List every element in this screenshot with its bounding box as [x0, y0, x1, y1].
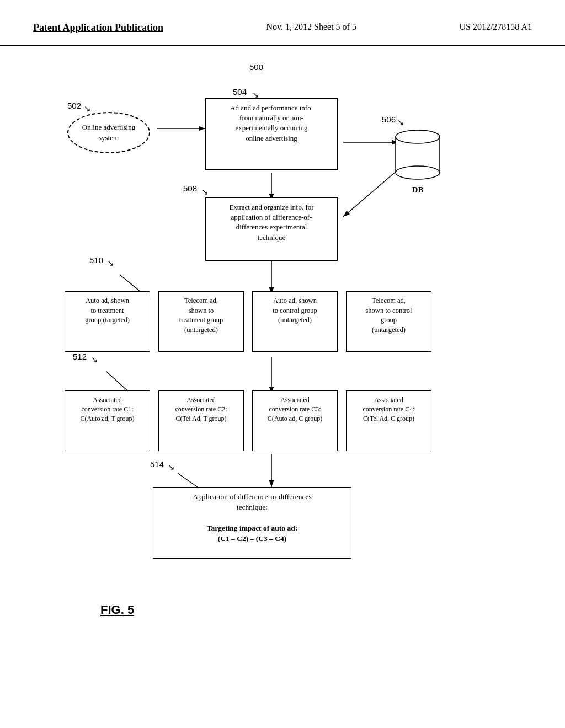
page: Patent Application Publication Nov. 1, 2… — [0, 0, 565, 728]
node-502-num: 502 — [67, 101, 81, 110]
node-504-num: 504 — [233, 87, 247, 97]
node-512-num: 512 — [73, 352, 87, 361]
svg-point-13 — [396, 166, 440, 179]
node-508: Extract and organize info. forapplicatio… — [205, 197, 338, 261]
node-514-formula: (C1 – C2) – (C3 – C4) — [218, 534, 286, 543]
page-header: Patent Application Publication Nov. 1, 2… — [0, 0, 565, 46]
publication-label: Patent Application Publication — [33, 22, 163, 34]
node-512a: Associatedconversion rate C1:C(Auto ad, … — [65, 390, 150, 451]
patent-number: US 2012/278158 A1 — [459, 22, 532, 32]
node-511d: Telecom ad,shown to controlgroup(untarge… — [346, 291, 431, 352]
node-508-num: 508 — [183, 184, 197, 193]
node-508-arrow: ↘ — [201, 187, 209, 197]
node-510-num: 510 — [89, 255, 103, 265]
node-512c: Associatedconversion rate C3:C(Auto ad, … — [252, 390, 338, 451]
node-504: Ad and ad performance info.from naturall… — [205, 98, 338, 170]
node-511a: Auto ad, shownto treatmentgroup (targete… — [65, 291, 150, 352]
node-512-arrow: ↘ — [91, 355, 98, 365]
node-506-db: DB — [393, 126, 443, 195]
node-514-num: 514 — [150, 459, 164, 469]
db-label: DB — [393, 185, 443, 195]
node-510-arrow: ↘ — [107, 258, 114, 268]
node-512b: Associatedconversion rate C2:C(Tel Ad, T… — [158, 390, 244, 451]
node-514-arrow: ↘ — [168, 462, 175, 472]
node-514-box: Application of difference-in-differences… — [153, 487, 351, 559]
node-511b: Telecom ad,shown totreatment group(untar… — [158, 291, 244, 352]
svg-point-12 — [396, 130, 440, 143]
node-514-bold: Targeting impact of auto ad: — [207, 524, 298, 532]
node-500-label: 500 — [249, 62, 263, 72]
node-512d: Associatedconversion rate C4:C(Tel Ad, C… — [346, 390, 431, 451]
flow-container: 500 504 ↘ Ad and ad performance info.fro… — [34, 57, 531, 702]
node-502-arrow: ↘ — [84, 104, 91, 114]
sheet-info: Nov. 1, 2012 Sheet 5 of 5 — [266, 22, 356, 32]
diagram-area: 500 504 ↘ Ad and ad performance info.fro… — [0, 46, 565, 724]
fig-label: FIG. 5 — [100, 603, 134, 617]
node-502: Online advertisingsystem — [67, 112, 150, 153]
node-506-num: 506 — [382, 115, 396, 124]
node-511c: Auto ad, shownto control group(untargete… — [252, 291, 338, 352]
